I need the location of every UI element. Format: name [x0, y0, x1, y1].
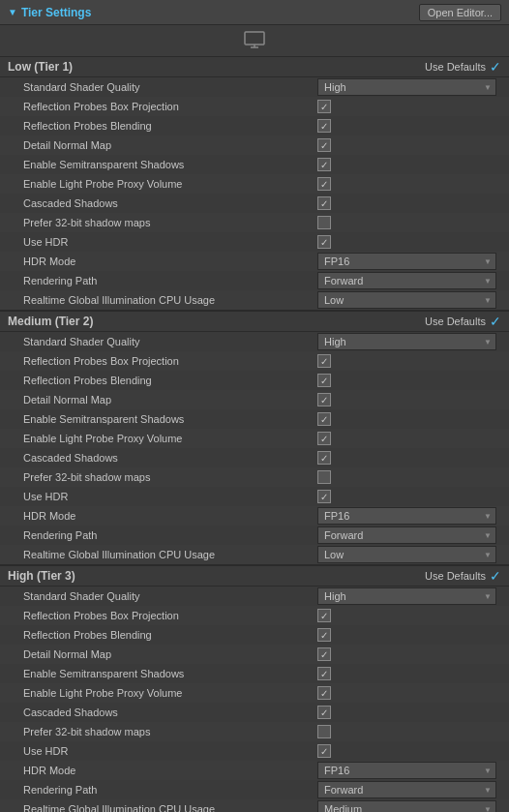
- checkbox-tier2-8[interactable]: ✓: [317, 490, 331, 503]
- dropdown-tier3-11[interactable]: Medium: [317, 800, 496, 812]
- row-value-tier1-0[interactable]: High: [317, 78, 501, 96]
- tier-label-tier2: Medium (Tier 2): [8, 315, 425, 328]
- checkbox-tier1-6[interactable]: ✓: [317, 196, 331, 210]
- row-value-tier1-8: ✓: [317, 235, 501, 249]
- row-label-tier3-2: Reflection Probes Blending: [23, 629, 317, 641]
- checkbox-tier3-3[interactable]: ✓: [317, 647, 331, 661]
- row-value-tier2-10[interactable]: Forward: [317, 526, 501, 544]
- row-label-tier1-4: Enable Semitransparent Shadows: [23, 159, 317, 170]
- row-label-tier3-5: Enable Light Probe Proxy Volume: [23, 687, 317, 699]
- tier-settings-header: ▼ Tier Settings Open Editor...: [0, 0, 509, 25]
- settings-row-tier2-9: HDR ModeFP16: [0, 506, 509, 526]
- dropdown-tier1-9[interactable]: FP16: [317, 253, 496, 270]
- checkbox-tier3-2[interactable]: ✓: [317, 628, 331, 642]
- row-value-tier3-0[interactable]: High: [317, 587, 501, 605]
- settings-row-tier2-4: Enable Semitransparent Shadows✓: [0, 409, 509, 429]
- settings-row-tier1-2: Reflection Probes Blending✓: [0, 116, 509, 135]
- settings-row-tier2-0: Standard Shader QualityHigh: [0, 332, 509, 351]
- dropdown-tier2-0[interactable]: High: [317, 333, 496, 350]
- row-value-tier2-0[interactable]: High: [317, 333, 501, 350]
- checkbox-tier1-3[interactable]: ✓: [317, 138, 331, 152]
- dropdown-tier1-0[interactable]: High: [317, 78, 496, 96]
- row-value-tier2-9[interactable]: FP16: [317, 507, 501, 525]
- settings-row-tier2-5: Enable Light Probe Proxy Volume✓: [0, 429, 509, 448]
- checkbox-tier1-7[interactable]: [317, 216, 331, 229]
- settings-row-tier1-4: Enable Semitransparent Shadows✓: [0, 155, 509, 174]
- settings-row-tier3-6: Cascaded Shadows✓: [0, 703, 509, 722]
- triangle-icon: ▼: [8, 7, 17, 17]
- monitor-icon: [244, 31, 265, 52]
- checkbox-tier2-6[interactable]: ✓: [317, 451, 331, 465]
- settings-row-tier3-3: Detail Normal Map✓: [0, 645, 509, 664]
- settings-row-tier3-2: Reflection Probes Blending✓: [0, 625, 509, 645]
- settings-row-tier3-5: Enable Light Probe Proxy Volume✓: [0, 683, 509, 703]
- settings-row-tier2-10: Rendering PathForward: [0, 526, 509, 545]
- row-label-tier3-0: Standard Shader Quality: [23, 590, 317, 602]
- row-value-tier3-11[interactable]: Medium: [317, 800, 501, 812]
- row-label-tier2-2: Reflection Probes Blending: [23, 375, 317, 386]
- row-value-tier1-11[interactable]: Low: [317, 291, 501, 309]
- dropdown-tier3-9[interactable]: FP16: [317, 762, 496, 779]
- dropdown-tier3-0[interactable]: High: [317, 587, 496, 605]
- checkbox-tier3-4[interactable]: ✓: [317, 667, 331, 680]
- row-value-tier1-3: ✓: [317, 138, 501, 152]
- settings-row-tier3-9: HDR ModeFP16: [0, 761, 509, 780]
- checkbox-tier3-6[interactable]: ✓: [317, 706, 331, 719]
- tier-label-tier3: High (Tier 3): [8, 569, 425, 583]
- checkbox-tier3-8[interactable]: ✓: [317, 744, 331, 758]
- open-editor-button[interactable]: Open Editor...: [419, 4, 501, 21]
- tiers-container: Low (Tier 1) Use Defaults ✓ Standard Sha…: [0, 56, 509, 812]
- use-defaults-check-tier3[interactable]: ✓: [490, 568, 501, 584]
- settings-row-tier1-11: Realtime Global Illumination CPU UsageLo…: [0, 290, 509, 310]
- checkbox-tier2-5[interactable]: ✓: [317, 432, 331, 445]
- row-label-tier1-0: Standard Shader Quality: [23, 81, 317, 93]
- checkbox-tier2-2[interactable]: ✓: [317, 374, 331, 387]
- row-value-tier1-5: ✓: [317, 177, 501, 191]
- checkbox-tier2-4[interactable]: ✓: [317, 412, 331, 426]
- row-value-tier3-4: ✓: [317, 667, 501, 680]
- checkbox-tier3-5[interactable]: ✓: [317, 686, 331, 700]
- settings-row-tier3-0: Standard Shader QualityHigh: [0, 586, 509, 606]
- dropdown-tier1-11[interactable]: Low: [317, 291, 496, 309]
- row-label-tier1-5: Enable Light Probe Proxy Volume: [23, 178, 317, 190]
- dropdown-tier3-10[interactable]: Forward: [317, 781, 496, 798]
- use-defaults-label-tier1: Use Defaults: [425, 61, 486, 73]
- checkbox-tier3-1[interactable]: ✓: [317, 609, 331, 622]
- dropdown-tier2-9[interactable]: FP16: [317, 507, 496, 525]
- row-label-tier1-10: Rendering Path: [23, 275, 317, 286]
- checkbox-tier1-5[interactable]: ✓: [317, 177, 331, 191]
- dropdown-tier1-10[interactable]: Forward: [317, 272, 496, 289]
- tier-header-tier1: Low (Tier 1) Use Defaults ✓: [0, 56, 509, 77]
- checkbox-tier2-7[interactable]: [317, 470, 331, 484]
- row-value-tier1-6: ✓: [317, 196, 501, 210]
- row-value-tier3-9[interactable]: FP16: [317, 762, 501, 779]
- settings-row-tier1-8: Use HDR✓: [0, 232, 509, 252]
- row-value-tier2-11[interactable]: Low: [317, 546, 501, 563]
- row-value-tier1-9[interactable]: FP16: [317, 253, 501, 270]
- settings-row-tier2-3: Detail Normal Map✓: [0, 390, 509, 409]
- row-value-tier3-2: ✓: [317, 628, 501, 642]
- checkbox-tier1-8[interactable]: ✓: [317, 235, 331, 249]
- settings-row-tier3-4: Enable Semitransparent Shadows✓: [0, 664, 509, 683]
- row-value-tier1-4: ✓: [317, 158, 501, 171]
- row-value-tier2-6: ✓: [317, 451, 501, 465]
- checkbox-tier3-7[interactable]: [317, 725, 331, 738]
- checkbox-tier1-4[interactable]: ✓: [317, 158, 331, 171]
- checkbox-tier1-1[interactable]: ✓: [317, 100, 331, 113]
- checkbox-tier2-3[interactable]: ✓: [317, 393, 331, 406]
- row-value-tier1-2: ✓: [317, 119, 501, 133]
- row-label-tier3-4: Enable Semitransparent Shadows: [23, 668, 317, 679]
- dropdown-tier2-11[interactable]: Low: [317, 546, 496, 563]
- use-defaults-check-tier1[interactable]: ✓: [490, 59, 501, 75]
- checkbox-tier2-1[interactable]: ✓: [317, 354, 331, 368]
- row-value-tier1-10[interactable]: Forward: [317, 272, 501, 289]
- row-value-tier2-5: ✓: [317, 432, 501, 445]
- use-defaults-check-tier2[interactable]: ✓: [490, 314, 501, 329]
- row-value-tier3-10[interactable]: Forward: [317, 781, 501, 798]
- dropdown-tier2-10[interactable]: Forward: [317, 526, 496, 544]
- settings-row-tier1-10: Rendering PathForward: [0, 271, 509, 290]
- row-label-tier2-5: Enable Light Probe Proxy Volume: [23, 433, 317, 444]
- row-value-tier2-4: ✓: [317, 412, 501, 426]
- row-value-tier1-7: [317, 216, 501, 229]
- checkbox-tier1-2[interactable]: ✓: [317, 119, 331, 133]
